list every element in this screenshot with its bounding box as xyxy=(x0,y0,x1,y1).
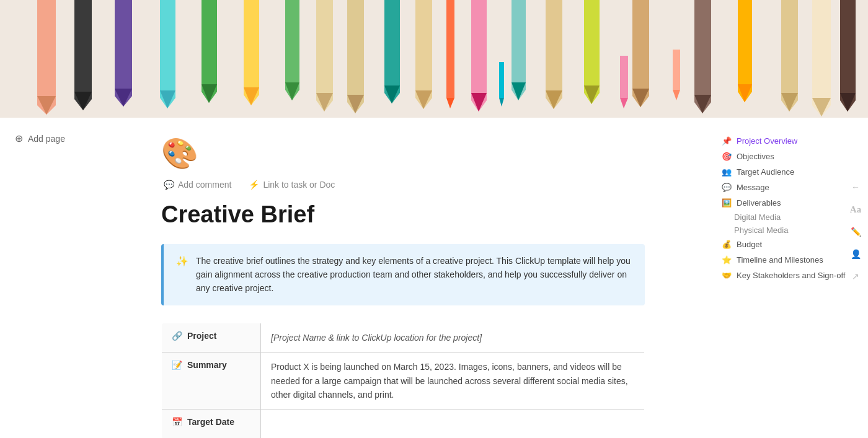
table-row: 📝 Summary Product X is being launched on… xyxy=(162,353,645,410)
add-page-label: Add page xyxy=(28,134,65,144)
deliverables-icon: 🖼️ xyxy=(722,198,732,208)
objectives-icon: 🎯 xyxy=(722,152,732,161)
hero-banner xyxy=(0,0,868,118)
page-icon: 🎨 xyxy=(161,136,645,171)
objectives-label: Objectives xyxy=(737,152,774,161)
toc-item-deliverables[interactable]: 🖼️ Deliverables xyxy=(717,196,858,210)
comment-icon: 💬 xyxy=(164,180,174,190)
person-icon[interactable]: 👤 xyxy=(848,247,863,261)
toolbar: 💬 Add comment ⚡ Link to task or Doc xyxy=(161,178,645,191)
stakeholders-icon: 🤝 xyxy=(722,271,732,280)
message-icon: 💬 xyxy=(722,183,732,192)
add-page-icon: ⊕ xyxy=(15,133,23,144)
target-date-label: Target Date xyxy=(187,417,234,427)
sidebar-controls: ← Aa ✏️ 👤 ↗ xyxy=(848,180,863,284)
project-value: [Project Name & link to ClickUp location… xyxy=(271,333,482,343)
project-label: Project xyxy=(187,331,216,341)
right-sidebar-toc: 📌 Project Overview 🎯 Objectives 👥 Target… xyxy=(707,124,868,294)
toc-sub-physical-media[interactable]: Physical Media xyxy=(717,224,858,236)
main-content: 🎨 💬 Add comment ⚡ Link to task or Doc Cr… xyxy=(124,118,682,438)
budget-label: Budget xyxy=(737,240,762,249)
left-sidebar: ⊕ Add page xyxy=(0,118,124,159)
add-comment-button[interactable]: 💬 Add comment xyxy=(161,178,234,191)
toc-item-timeline[interactable]: ⭐ Timeline and Milestones xyxy=(717,253,858,267)
add-comment-label: Add comment xyxy=(178,180,231,190)
collapse-sidebar-button[interactable]: ← xyxy=(848,180,863,195)
toc-sub-digital-media[interactable]: Digital Media xyxy=(717,211,858,223)
deliverables-label: Deliverables xyxy=(737,198,781,208)
table-row: 🔗 Project [Project Name & link to ClickU… xyxy=(162,323,645,352)
table-row: 📅 Target Date xyxy=(162,410,645,438)
link-button[interactable]: ⚡ Link to task or Doc xyxy=(246,178,337,191)
callout-text: The creative brief outlines the strategy… xyxy=(196,254,632,296)
link-icon: ⚡ xyxy=(249,180,259,190)
callout-box: ✨ The creative brief outlines the strate… xyxy=(161,244,645,305)
project-overview-label: Project Overview xyxy=(737,136,797,146)
date-icon: 📅 xyxy=(172,417,182,427)
budget-icon: 💰 xyxy=(722,240,732,249)
summary-label: Summary xyxy=(187,360,227,370)
toc-item-project-overview[interactable]: 📌 Project Overview xyxy=(717,134,858,148)
share-button[interactable]: ↗ xyxy=(848,269,863,284)
toc-item-stakeholders[interactable]: 🤝 Key Stakeholders and Sign-off xyxy=(717,268,858,283)
callout-icon: ✨ xyxy=(176,255,188,267)
target-audience-icon: 👥 xyxy=(722,167,732,177)
toc-item-budget[interactable]: 💰 Budget xyxy=(717,237,858,252)
project-overview-icon: 📌 xyxy=(722,136,732,146)
info-table: 🔗 Project [Project Name & link to ClickU… xyxy=(161,323,645,438)
add-page-button[interactable]: ⊕ Add page xyxy=(10,130,114,147)
svg-rect-40 xyxy=(673,50,680,90)
svg-rect-22 xyxy=(446,0,454,98)
page-title: Creative Brief xyxy=(161,201,645,229)
toc-item-message[interactable]: 💬 Message xyxy=(717,180,858,195)
toc-item-objectives[interactable]: 🎯 Objectives xyxy=(717,149,858,164)
target-date-value xyxy=(261,410,645,438)
svg-rect-36 xyxy=(620,56,628,98)
summary-icon: 📝 xyxy=(172,360,182,370)
edit-button[interactable]: ✏️ xyxy=(848,224,863,239)
link-label: Link to task or Doc xyxy=(263,180,335,190)
target-audience-label: Target Audience xyxy=(737,167,794,177)
svg-rect-30 xyxy=(499,62,504,98)
toc-item-target-audience[interactable]: 👥 Target Audience xyxy=(717,165,858,179)
font-size-button[interactable]: Aa xyxy=(848,202,863,217)
timeline-icon: ⭐ xyxy=(722,255,732,265)
project-icon: 🔗 xyxy=(172,331,182,341)
summary-value: Product X is being launched on March 15,… xyxy=(261,353,645,410)
timeline-label: Timeline and Milestones xyxy=(737,255,823,265)
stakeholders-label: Key Stakeholders and Sign-off xyxy=(737,271,845,280)
message-label: Message xyxy=(737,183,769,192)
